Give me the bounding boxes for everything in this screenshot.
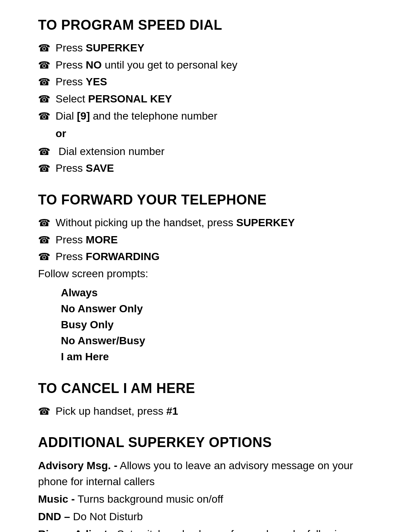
music-paragraph: Music - Turns background music on/off xyxy=(38,491,381,507)
additional-section: ADDITIONAL SUPERKEY OPTIONS Advisory Msg… xyxy=(38,433,381,532)
list-item: ☎ Press SUPERKEY xyxy=(38,40,381,56)
phone-icon: ☎ xyxy=(38,75,50,89)
phone-icon: ☎ xyxy=(38,250,50,264)
phone-icon: ☎ xyxy=(38,41,50,56)
list-item: ☎ Press SAVE xyxy=(38,161,381,176)
phone-icon: ☎ xyxy=(38,161,50,176)
list-item: ☎ Dial extension number xyxy=(38,144,381,160)
list-item: ☎ Select PERSONAL KEY xyxy=(38,91,381,107)
phone-icon: ☎ xyxy=(38,145,50,159)
forward-option-i-am-here: I am Here xyxy=(61,349,381,365)
list-item: ☎ Without picking up the handset, press … xyxy=(38,215,381,231)
ringer-adjust-paragraph: Ringer Adjust - Sets pitch and volume of… xyxy=(38,526,381,532)
additional-body: Advisory Msg. - Allows you to leave an a… xyxy=(38,458,381,532)
additional-heading: ADDITIONAL SUPERKEY OPTIONS xyxy=(38,433,381,452)
phone-icon: ☎ xyxy=(38,58,50,73)
forward-list: ☎ Without picking up the handset, press … xyxy=(38,215,381,265)
speed-dial-section: TO PROGRAM SPEED DIAL ☎ Press SUPERKEY ☎… xyxy=(38,15,381,176)
forward-heading: TO FORWARD YOUR TELEPHONE xyxy=(38,190,381,210)
forward-section: TO FORWARD YOUR TELEPHONE ☎ Without pick… xyxy=(38,190,381,365)
cancel-heading: TO CANCEL I AM HERE xyxy=(38,379,381,398)
phone-icon: ☎ xyxy=(38,404,50,419)
phone-icon: ☎ xyxy=(38,233,50,248)
follow-screen-text: Follow screen prompts: xyxy=(38,266,381,282)
forward-option-no-answer-busy: No Answer/Busy xyxy=(61,333,381,349)
list-item: ☎ Press MORE xyxy=(38,232,381,248)
speed-dial-heading: TO PROGRAM SPEED DIAL xyxy=(38,15,381,35)
forward-option-busy: Busy Only xyxy=(61,317,381,333)
phone-icon: ☎ xyxy=(38,92,50,107)
cancel-section: TO CANCEL I AM HERE ☎ Pick up handset, p… xyxy=(38,379,381,419)
list-item: ☎ Dial [9] and the telephone number xyxy=(38,109,381,124)
phone-icon: ☎ xyxy=(38,216,50,230)
advisory-msg-paragraph: Advisory Msg. - Allows you to leave an a… xyxy=(38,458,381,490)
list-item: ☎ Press NO until you get to personal key xyxy=(38,58,381,73)
forward-option-always: Always xyxy=(61,285,381,301)
or-line: ☎ or xyxy=(38,125,381,142)
dnd-paragraph: DND – Do Not Disturb xyxy=(38,509,381,525)
speed-dial-list: ☎ Press SUPERKEY ☎ Press NO until you ge… xyxy=(38,40,381,176)
forward-option-no-answer: No Answer Only xyxy=(61,301,381,317)
forward-options-block: Always No Answer Only Busy Only No Answe… xyxy=(38,285,381,365)
list-item: ☎ Pick up handset, press #1 xyxy=(38,404,381,419)
list-item: ☎ Press FORWARDING xyxy=(38,249,381,265)
phone-icon: ☎ xyxy=(38,109,50,124)
list-item: ☎ Press YES xyxy=(38,74,381,90)
cancel-list: ☎ Pick up handset, press #1 xyxy=(38,404,381,419)
